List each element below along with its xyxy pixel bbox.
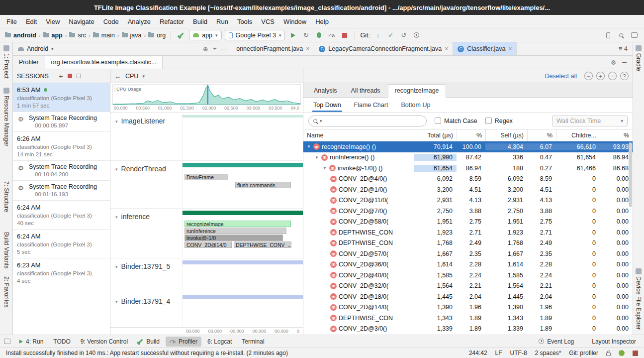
thread-track[interactable] — [182, 113, 303, 160]
menu-build[interactable]: Build — [188, 16, 212, 27]
trace-event-runinference[interactable]: runInference — [184, 228, 286, 234]
menu-refactor[interactable]: Refactor — [155, 16, 188, 27]
tool-button-gradle[interactable]: Gradle — [635, 45, 642, 71]
run-configuration-select[interactable]: app ▾ — [189, 30, 221, 40]
column-header-6[interactable]: % — [600, 129, 633, 141]
profile-button[interactable] — [327, 30, 337, 40]
status-244-42[interactable]: 244:42 — [469, 350, 487, 357]
device-select[interactable]: Google Pixel 3 ▾ — [225, 30, 285, 40]
thread-label[interactable]: ▾Binder:13791_4 — [110, 293, 182, 327]
clock-type-select[interactable]: Wall Clock Time ▾ — [552, 116, 628, 126]
tool-button-1-project[interactable]: 1: Project — [3, 45, 10, 79]
stop-button[interactable] — [340, 30, 350, 40]
match-case-checkbox[interactable]: Match Case — [435, 118, 477, 124]
session-recording[interactable]: ⚙System Trace Recording00:00:05.897 — [13, 112, 110, 132]
close-tab-icon[interactable]: × — [306, 45, 309, 52]
tool-button-2-favorites[interactable]: 2: Favorites — [3, 276, 10, 308]
expand-session-icon[interactable] — [77, 74, 81, 78]
toolwindow-terminal[interactable]: Terminal — [238, 337, 268, 347]
toolwindow-profiler[interactable]: Profiler — [166, 337, 201, 347]
table-row[interactable]: mDEPTHWISE_CON1,9232.711,9232.7100.00 — [303, 227, 633, 238]
device-manager-icon[interactable] — [603, 30, 613, 40]
menu-view[interactable]: View — [41, 16, 64, 27]
gear-icon[interactable]: ⚙ — [611, 59, 616, 66]
thread-track[interactable] — [182, 293, 303, 327]
menu-analyze[interactable]: Analyze — [123, 16, 155, 27]
breadcrumb-main[interactable]: main — [93, 32, 115, 39]
tab-all-threads[interactable]: All threads — [345, 85, 387, 97]
locate-file-icon[interactable]: ⊕ — [203, 45, 208, 53]
apply-changes-icon[interactable]: ↻ — [301, 30, 311, 40]
menu-code[interactable]: Code — [99, 16, 123, 27]
table-row[interactable]: mDEPTHWISE_CON1,3431.891,3431.8900.00 — [303, 313, 633, 324]
session-item[interactable]: 6:23 AMclassification (Google Pixel 3)4 … — [13, 258, 110, 287]
table-row[interactable]: mCONV_2D@3/0()1,3391.891,3391.8900.00 — [303, 324, 633, 335]
status-green-icon[interactable] — [619, 350, 625, 356]
collapse-all-icon[interactable]: ÷ — [213, 45, 216, 52]
status-lf[interactable]: LF — [495, 350, 502, 357]
git-update-icon[interactable]: ↓ — [373, 30, 383, 40]
tool-button-device-file-explorer[interactable]: Device File Explorer — [635, 268, 642, 330]
table-row[interactable]: mCONV_2D@36/0(1,6142.281,6142.2800.00 — [303, 259, 633, 270]
thread-label[interactable]: ▾RenderThread — [110, 161, 182, 208]
thread-track[interactable] — [182, 258, 303, 293]
breadcrumb-src[interactable]: src — [69, 32, 86, 39]
tab-analysis[interactable]: Analysis — [307, 85, 344, 97]
toolwindow-event-log[interactable]: Event Log — [535, 337, 578, 347]
menu-vcs[interactable]: VCS — [257, 16, 279, 27]
subtab-top-down[interactable]: Top Down — [308, 98, 346, 112]
window-switcher-icon[interactable] — [4, 339, 10, 344]
zoom-out-icon[interactable]: − — [584, 72, 593, 80]
trace-event-flush-commands[interactable]: flush commands — [235, 182, 291, 188]
toolwindow-layout-inspector[interactable]: Layout Inspector — [588, 337, 640, 347]
minimize-icon[interactable]: ─ — [622, 59, 627, 66]
column-header-5[interactable]: Childre... — [556, 129, 600, 141]
table-row[interactable]: mCONV_2D@58/0(1,9512.751,9512.7500.00 — [303, 217, 633, 228]
thread-track[interactable]: recognizeImagerunInferenceinvoke@-1/0CON… — [182, 209, 303, 258]
stop-session-icon[interactable] — [68, 74, 72, 78]
breadcrumb-java[interactable]: java — [122, 32, 142, 39]
tool-button-7-structure[interactable]: 7: Structure — [3, 181, 10, 212]
session-item[interactable]: 6:24 AMclassification (Google Pixel 3)5 … — [13, 230, 110, 258]
trace-event-invoke-1-0[interactable]: invoke@-1/0 — [184, 235, 283, 241]
subtab-flame-chart[interactable]: Flame Chart — [349, 98, 393, 112]
collapse-arrow-icon[interactable]: ▾ — [115, 167, 118, 208]
session-recording[interactable]: ⚙System Trace Recording00:01:16.193 — [13, 181, 110, 201]
close-tab-icon[interactable]: × — [508, 45, 512, 52]
thread-label[interactable]: ▾inference — [110, 209, 182, 258]
vertical-scrollbar[interactable] — [629, 142, 632, 207]
thread-track[interactable]: DrawFrameflush commands — [182, 161, 303, 208]
menu-run[interactable]: Run — [212, 16, 233, 27]
session-recording[interactable]: ⚙System Trace Recording00:10:04.200 — [13, 161, 110, 181]
debug-button[interactable] — [314, 30, 324, 40]
menu-file[interactable]: File — [2, 16, 21, 27]
cpu-usage-chart[interactable]: CPU Usage 00.00000.50001.00001.50002.000… — [110, 83, 303, 113]
trace-event-depthwise-conv[interactable]: DEPTHWISE_CONV_... — [234, 241, 291, 248]
collapse-arrow-icon[interactable]: ▾ — [115, 264, 118, 293]
column-header-4[interactable]: % — [527, 129, 556, 141]
column-header-2[interactable]: % — [457, 129, 485, 141]
collapse-arrow-icon[interactable]: ▾ — [115, 299, 118, 327]
search-box[interactable]: ▾ — [308, 116, 427, 126]
editor-tab-classifier-java[interactable]: CClassifier.java× — [453, 42, 517, 55]
table-row[interactable]: mDEPTHWISE_CON1,7682.491,7682.4900.00 — [303, 238, 633, 249]
table-row[interactable]: mCONV_2D@1/0()3,2004.513,2004.5100.00 — [303, 184, 633, 195]
zoom-in-icon[interactable]: + — [596, 72, 605, 80]
column-header-3[interactable]: Self (µs) — [485, 129, 527, 141]
project-view-selector[interactable]: Android ▾ — [13, 42, 89, 55]
run-button[interactable] — [288, 30, 298, 40]
table-row[interactable]: mCONV_2D@18/0(1,4452.041,4452.0400.00 — [303, 291, 633, 302]
lock-icon[interactable] — [606, 353, 611, 356]
thread-label[interactable]: ▾ImageListener — [110, 113, 182, 160]
trace-event-conv-2d-14-0[interactable]: CONV_2D@14/0 — [184, 241, 232, 248]
menu-tools[interactable]: Tools — [233, 16, 257, 27]
session-item[interactable]: 6:53 AMclassification (Google Pixel 3)1 … — [13, 83, 110, 112]
new-session-icon[interactable]: + — [59, 74, 63, 79]
zoom-help-icon[interactable]: ? — [620, 72, 629, 80]
toolwindow-9-version-control[interactable]: 9: Version Control — [77, 337, 132, 347]
table-row[interactable]: mCONV_2D@4/0()6,0928.596,0928.5900.00 — [303, 174, 633, 185]
table-row[interactable]: mCONV_2D@40/0(1,5852.241,5852.2400.00 — [303, 270, 633, 281]
tool-button-build-variants[interactable]: Build Variants — [3, 232, 10, 268]
thread-label[interactable]: ▾Binder:13791_5 — [110, 258, 182, 293]
expand-arrow-icon[interactable]: ▼ — [306, 144, 311, 149]
